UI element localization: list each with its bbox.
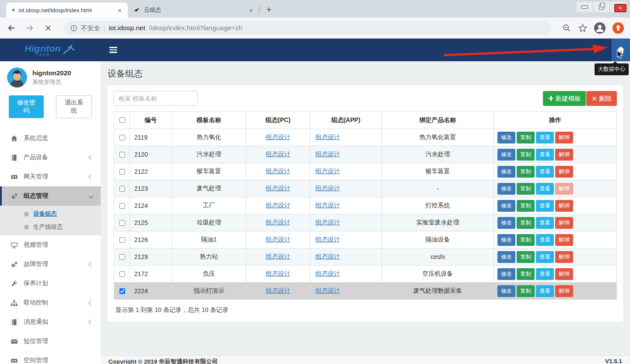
edit-button[interactable]: 修改	[497, 149, 515, 161]
view-button[interactable]: 查看	[536, 200, 554, 212]
new-template-button[interactable]: 新建模板	[543, 91, 586, 106]
row-checkbox[interactable]	[119, 237, 125, 243]
browser-update-icon[interactable]	[612, 22, 624, 34]
pc-design-link[interactable]: 组态设计	[266, 270, 290, 277]
copy-button[interactable]: 复制	[517, 149, 535, 161]
pc-design-link[interactable]: 组态设计	[266, 219, 290, 226]
row-checkbox[interactable]	[119, 152, 125, 158]
unbind-button[interactable]: 解绑	[555, 132, 573, 144]
back-icon[interactable]	[6, 23, 17, 33]
row-checkbox[interactable]	[119, 135, 125, 140]
sidebar-item[interactable]: 短信管理	[0, 332, 101, 351]
unbind-button[interactable]: 解绑	[555, 251, 573, 263]
unbind-button[interactable]: 解绑	[555, 200, 573, 212]
sidebar-item[interactable]: 消息通知	[0, 312, 101, 332]
edit-button[interactable]: 修改	[497, 166, 515, 178]
app-design-link[interactable]: 组态设计	[315, 270, 340, 277]
row-checkbox[interactable]	[119, 271, 125, 277]
view-button[interactable]: 查看	[536, 285, 554, 297]
view-button[interactable]: 查看	[536, 217, 554, 229]
url-bar[interactable]: 不安全 | iot.idosp.net/idosp/index.html?lan…	[64, 21, 552, 35]
app-design-link[interactable]: 组态设计	[315, 185, 340, 192]
unbind-button[interactable]: 解绑	[555, 166, 573, 178]
row-checkbox[interactable]	[119, 220, 125, 226]
delete-button[interactable]: ✕ 删除	[586, 91, 617, 106]
view-button[interactable]: 查看	[536, 234, 554, 246]
app-design-link[interactable]: 组态设计	[315, 253, 340, 260]
row-checkbox[interactable]	[119, 288, 125, 294]
profile-avatar-icon[interactable]	[594, 22, 606, 34]
pc-design-link[interactable]: 组态设计	[266, 150, 290, 158]
copy-button[interactable]: 复制	[517, 268, 535, 280]
pc-design-link[interactable]: 组态设计	[266, 133, 290, 140]
unbind-button[interactable]: 解绑	[555, 149, 573, 161]
unbind-button[interactable]: 解绑	[555, 217, 573, 229]
app-design-link[interactable]: 组态设计	[315, 287, 340, 294]
sidebar-item[interactable]: 联动控制	[0, 293, 101, 312]
bookmark-star-icon[interactable]	[578, 24, 587, 32]
sidebar-item[interactable]: 产品设备	[0, 148, 101, 167]
sidebar-item[interactable]: 视频管理	[0, 235, 101, 255]
app-design-link[interactable]: 组态设计	[315, 133, 340, 140]
view-button[interactable]: 查看	[536, 166, 554, 178]
view-button[interactable]: 查看	[536, 132, 554, 144]
pc-design-link[interactable]: 组态设计	[266, 168, 290, 175]
new-tab-button[interactable]: +	[263, 4, 275, 16]
menu-toggle-icon[interactable]	[109, 47, 117, 53]
pc-design-link[interactable]: 组态设计	[266, 253, 290, 260]
browser-tab-cloud[interactable]: 云组态 ×	[128, 3, 259, 18]
copy-button[interactable]: 复制	[517, 217, 535, 229]
app-design-link[interactable]: 组态设计	[315, 236, 340, 243]
zoom-out-icon[interactable]	[562, 24, 571, 33]
sidebar-item[interactable]: 空间管理	[0, 351, 101, 364]
unbind-button[interactable]: 解绑	[555, 285, 573, 297]
unbind-button[interactable]: 解绑	[555, 268, 573, 280]
copy-button[interactable]: 复制	[517, 200, 535, 212]
view-button[interactable]: 查看	[536, 183, 554, 195]
edit-button[interactable]: 修改	[497, 234, 515, 246]
row-checkbox[interactable]	[119, 186, 125, 192]
edit-button[interactable]: 修改	[497, 183, 515, 195]
bigdata-home-button[interactable]	[612, 38, 630, 61]
change-password-button[interactable]: 修改密码	[9, 95, 44, 118]
row-checkbox[interactable]	[119, 169, 125, 175]
row-checkbox[interactable]	[119, 203, 125, 209]
forward-icon[interactable]	[24, 23, 35, 33]
sidebar-item[interactable]: 故障管理	[0, 255, 101, 274]
tab-close-icon[interactable]: ×	[116, 6, 123, 14]
copy-button[interactable]: 复制	[517, 251, 535, 263]
browser-tab-current[interactable]: iot.idosp.net/idosp/index.html ×	[6, 3, 128, 18]
view-button[interactable]: 查看	[536, 149, 554, 161]
copy-button[interactable]: 复制	[517, 234, 535, 246]
edit-button[interactable]: 修改	[497, 251, 515, 263]
logout-button[interactable]: 退出系统	[56, 95, 92, 118]
copy-button[interactable]: 复制	[517, 285, 535, 297]
unbind-button[interactable]: 解绑	[555, 234, 573, 246]
app-design-link[interactable]: 组态设计	[315, 150, 340, 158]
edit-button[interactable]: 修改	[497, 132, 515, 144]
app-design-link[interactable]: 组态设计	[315, 168, 340, 175]
pc-design-link[interactable]: 组态设计	[266, 202, 290, 209]
unbind-button[interactable]: 解绑	[555, 183, 573, 195]
stop-icon[interactable]	[43, 23, 53, 33]
row-checkbox[interactable]	[119, 254, 125, 260]
tab-close-icon[interactable]: ×	[247, 6, 255, 14]
search-input[interactable]	[114, 91, 198, 106]
pc-design-link[interactable]: 组态设计	[266, 236, 290, 243]
minimize-button[interactable]	[576, 1, 593, 13]
info-icon[interactable]	[70, 24, 77, 32]
app-design-link[interactable]: 组态设计	[315, 202, 340, 209]
edit-button[interactable]: 修改	[497, 217, 515, 229]
copy-button[interactable]: 复制	[517, 166, 535, 178]
pc-design-link[interactable]: 组态设计	[266, 185, 290, 192]
sidebar-item[interactable]: 网关管理	[0, 167, 101, 186]
sidebar-subitem[interactable]: 设备组态	[0, 207, 101, 220]
pc-design-link[interactable]: 组态设计	[266, 287, 290, 294]
sidebar-item[interactable]: 系统总览	[0, 129, 101, 148]
select-all-checkbox[interactable]	[119, 117, 125, 123]
sidebar-item[interactable]: 组态管理	[0, 186, 101, 206]
sidebar-subitem[interactable]: 生产线组态	[0, 220, 101, 234]
copy-button[interactable]: 复制	[517, 132, 535, 144]
app-design-link[interactable]: 组态设计	[315, 219, 340, 226]
edit-button[interactable]: 修改	[497, 268, 515, 280]
